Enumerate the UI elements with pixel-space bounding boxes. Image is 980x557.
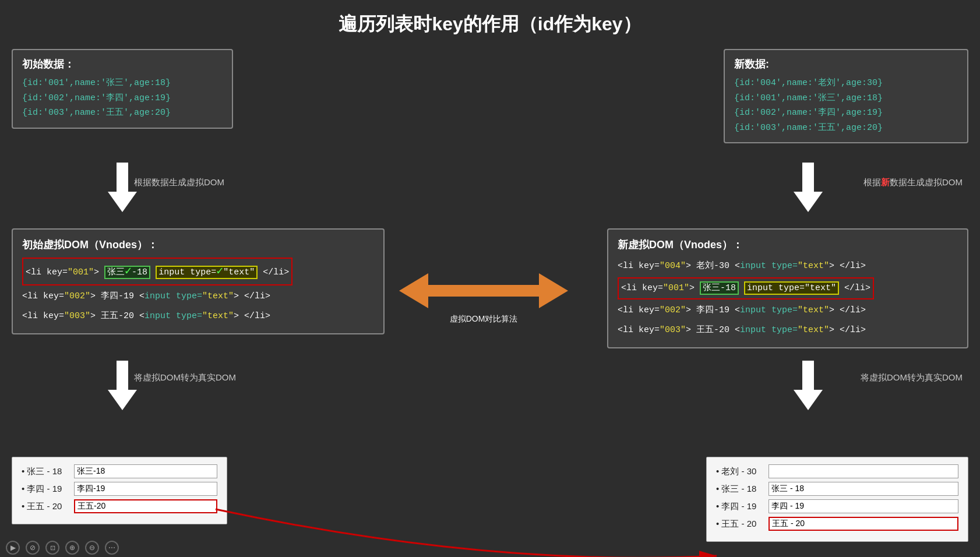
vdom-left-line-2: <li key="002"> 李四-19 <input type="text">…	[22, 288, 374, 305]
real-dom-left-item-3: • 王五 - 20	[22, 499, 217, 513]
real-dom-left-label-2: • 李四 - 19	[22, 482, 74, 496]
vdom-left-box: 初始虚拟DOM（Vnodes）： <li key="001"> 张三✓-18 i…	[12, 228, 385, 334]
initial-data-box: 初始数据： {id:'001',name:'张三',age:18} {id:'0…	[12, 49, 233, 129]
arrow-down-left-top	[108, 163, 137, 212]
vdom-right-line-3: <li key="002"> 李四-19 <input type="text">…	[618, 302, 958, 319]
new-data-line-1: {id:'004',name:'老刘',age:30}	[734, 76, 958, 91]
center-double-arrow: 虚拟DOM对比算法	[396, 270, 571, 325]
real-dom-right-label-3: • 李四 - 19	[716, 499, 769, 513]
play-icon[interactable]: ▶	[6, 541, 20, 555]
label-right-generate: 根据新数据生成虚拟DOM	[863, 177, 963, 188]
arrow-down-left-bottom	[108, 361, 137, 410]
label-left-to-real: 将虚拟DOM转为真实DOM	[134, 372, 236, 383]
real-dom-right-label-2: • 张三 - 18	[716, 482, 769, 496]
initial-data-line-2: {id:'002',name:'李四',age:19}	[22, 91, 223, 106]
real-dom-right-box: • 老刘 - 30 • 张三 - 18 • 李四 - 19 • 王五 - 20	[706, 457, 968, 542]
initial-data-title: 初始数据：	[22, 57, 223, 71]
new-data-line-4: {id:'003',name:'王五',age:20}	[734, 121, 958, 136]
real-dom-left-input-1[interactable]	[74, 464, 217, 478]
arrow-down-right-bottom	[794, 361, 823, 410]
real-dom-right-input-1[interactable]	[769, 464, 958, 478]
initial-data-line-3: {id:'003',name:'王五',age:20}	[22, 105, 223, 121]
real-dom-right-label-1: • 老刘 - 30	[716, 464, 769, 478]
zoom-out-icon[interactable]: ⊖	[85, 541, 99, 555]
real-dom-right-input-2[interactable]	[769, 482, 958, 496]
real-dom-right-label-4: • 王五 - 20	[716, 517, 769, 531]
label-right-to-real: 将虚拟DOM转为真实DOM	[861, 372, 963, 383]
real-dom-right-input-3[interactable]	[769, 499, 958, 513]
new-data-title: 新数据:	[734, 57, 958, 71]
label-left-generate: 根据数据生成虚拟DOM	[134, 177, 224, 188]
vdom-right-line-2: <li key="001"> 张三-18 input type="text" <…	[618, 277, 958, 299]
screenshot-icon[interactable]: ⊡	[45, 541, 59, 555]
main-title: 遍历列表时key的作用（id作为key）	[0, 0, 980, 43]
vdom-left-title: 初始虚拟DOM（Vnodes）：	[22, 238, 374, 252]
real-dom-left-item-1: • 张三 - 18	[22, 464, 217, 478]
real-dom-right-input-4[interactable]	[769, 517, 958, 531]
real-dom-right-item-3: • 李四 - 19	[716, 499, 958, 513]
real-dom-right-item-1: • 老刘 - 30	[716, 464, 958, 478]
more-icon[interactable]: ⋯	[105, 541, 119, 555]
vdom-right-box: 新虚拟DOM（Vnodes）： <li key="004"> 老刘-30 <in…	[607, 228, 968, 348]
real-dom-left-box: • 张三 - 18 • 李四 - 19 • 王五 - 20	[12, 457, 227, 524]
real-dom-left-item-2: • 李四 - 19	[22, 482, 217, 496]
svg-marker-0	[399, 273, 568, 308]
vdom-right-line-4: <li key="003"> 王五-20 <input type="text">…	[618, 322, 958, 339]
real-dom-left-input-3[interactable]	[74, 499, 217, 513]
content-area: 初始数据： {id:'001',name:'张三',age:18} {id:'0…	[0, 43, 980, 557]
center-arrow-label: 虚拟DOM对比算法	[450, 314, 518, 325]
real-dom-left-label-1: • 张三 - 18	[22, 464, 74, 478]
new-data-line-2: {id:'001',name:'张三',age:18}	[734, 91, 958, 106]
vdom-right-line-1: <li key="004"> 老刘-30 <input type="text">…	[618, 258, 958, 275]
vdom-left-line-3: <li key="003"> 王五-20 <input type="text">…	[22, 308, 374, 325]
real-dom-left-label-3: • 王五 - 20	[22, 499, 74, 513]
arrow-down-right-top	[794, 163, 823, 212]
vdom-right-title: 新虚拟DOM（Vnodes）：	[618, 238, 958, 252]
real-dom-left-input-2[interactable]	[74, 482, 217, 496]
bottom-toolbar: ▶ ⊘ ⊡ ⊕ ⊖ ⋯	[6, 541, 119, 555]
initial-data-line-1: {id:'001',name:'张三',age:18}	[22, 76, 223, 91]
pause-icon[interactable]: ⊘	[26, 541, 40, 555]
double-arrow-svg	[399, 270, 568, 311]
real-dom-right-item-2: • 张三 - 18	[716, 482, 958, 496]
new-data-line-3: {id:'002',name:'李四',age:19}	[734, 105, 958, 121]
new-data-box: 新数据: {id:'004',name:'老刘',age:30} {id:'00…	[724, 49, 968, 143]
vdom-left-line-1: <li key="001"> 张三✓-18 input type=✓"text"…	[22, 258, 374, 285]
zoom-in-icon[interactable]: ⊕	[65, 541, 79, 555]
real-dom-right-item-4: • 王五 - 20	[716, 517, 958, 531]
